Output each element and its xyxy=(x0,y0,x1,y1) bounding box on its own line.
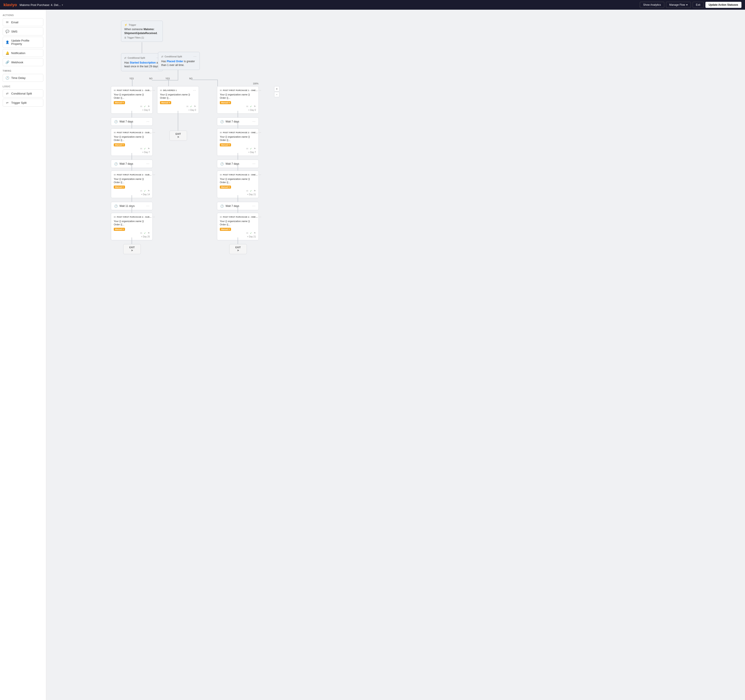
email-sub4-menu[interactable]: ⋯ xyxy=(152,215,155,219)
manual-badge-sub4[interactable]: Manual ▾ xyxy=(114,228,125,231)
conditional-split-1-node[interactable]: ⇄ Conditional Split ⋯ Has Started Subscr… xyxy=(121,53,163,71)
clock-wait4c-icon: 🕐 xyxy=(220,204,224,208)
flow-canvas[interactable]: ⚡ Trigger When someone Malomo: ShipmentU… xyxy=(46,10,745,700)
manual-badge-off3[interactable]: Manual ▾ xyxy=(220,185,231,189)
flag-icon-sub1: ⚑ xyxy=(148,105,150,108)
sidebar-item-conditional-split[interactable]: ⇄ Conditional Split xyxy=(3,90,43,97)
split2-text: Has Placed Order is greater than 1 over … xyxy=(161,60,196,67)
manual-badge-delivered1[interactable]: Manual ▾ xyxy=(160,101,171,104)
exit-right-node: EXIT ⚑ xyxy=(229,244,247,254)
wait2-menu[interactable]: ⋯ xyxy=(146,162,150,166)
sidebar-item-time-delay[interactable]: 🕐 Time Delay xyxy=(3,74,43,82)
flag-icon-off2: ⚑ xyxy=(254,147,256,150)
trigger-text: When someone Malomo: ShipmentUpdateRecei… xyxy=(124,27,160,35)
exit-right-icon: ⚑ xyxy=(229,249,247,252)
email-icon-sub4: ✉ xyxy=(140,232,142,234)
connector-off1-wait4a xyxy=(238,111,238,117)
wait4b-menu[interactable]: ⋯ xyxy=(252,162,256,166)
wait4a-menu[interactable]: ⋯ xyxy=(252,120,256,123)
connector-sub2-wait2 xyxy=(132,153,132,160)
email-icon-sub1: ✉ xyxy=(140,105,142,108)
show-analytics-button[interactable]: Show Analytics xyxy=(640,2,664,8)
email-icon-sub2: ✉ xyxy=(140,147,142,150)
trigger-filters[interactable]: ☰ Trigger Filters (1) xyxy=(124,36,160,39)
connector-off4-exit-right xyxy=(238,237,238,244)
connector-wait4c-off4 xyxy=(238,206,238,213)
flag-icon-off3: ⚑ xyxy=(254,190,256,193)
wait3-menu[interactable]: ⋯ xyxy=(146,204,150,208)
email-off3-menu[interactable]: ⋯ xyxy=(258,173,261,176)
wait4c-menu[interactable]: ⋯ xyxy=(252,204,256,208)
email-off1-menu[interactable]: ⋯ xyxy=(258,89,261,92)
clock-wait2-icon: 🕐 xyxy=(114,162,118,166)
check-icon-sub4: ✓ xyxy=(144,232,146,234)
connector-off2-wait4b xyxy=(238,153,238,160)
check-icon-off2: ✓ xyxy=(250,147,252,150)
no-label-1: NO xyxy=(149,78,153,80)
email-off4-menu[interactable]: ⋯ xyxy=(258,215,261,219)
email-sub1-node[interactable]: ✉ POST FIRST PURCHASE 1 - SUBSCRIB... ⋯ … xyxy=(111,86,153,113)
flag-icon-off1: ⚑ xyxy=(254,105,256,108)
sidebar-item-notification[interactable]: 🔔 Notification xyxy=(3,49,43,57)
connector-no-h xyxy=(152,80,178,81)
conditional-split-2-node[interactable]: ⇄ Conditional Split ⋯ Has Placed Order i… xyxy=(158,52,200,70)
zoom-controls: + - xyxy=(274,86,280,97)
wait1-menu[interactable]: ⋯ xyxy=(146,120,150,123)
email-sub2-menu[interactable]: ⋯ xyxy=(152,131,155,134)
exit-button[interactable]: Exit xyxy=(693,2,704,8)
email-sub2-icon: ✉ xyxy=(114,131,116,134)
email-off1-node[interactable]: ✉ POST FIRST PURCHASE 1 - ONE OFF O... ⋯… xyxy=(217,86,259,113)
email-off4-icon: ✉ xyxy=(220,216,222,218)
sidebar-item-trigger-split[interactable]: ⇌ Trigger Split xyxy=(3,99,43,107)
email-sub3-menu[interactable]: ⋯ xyxy=(152,173,155,176)
manage-flow-button[interactable]: Manage Flow ▾ xyxy=(666,2,691,8)
email-off3-actions: ✉ ✓ ⚑ xyxy=(220,190,256,193)
sidebar-item-email[interactable]: ✉ Email xyxy=(3,18,43,26)
email-icon-off1: ✉ xyxy=(246,105,248,108)
sidebar-item-webhook[interactable]: 🔗 Webhook xyxy=(3,58,43,66)
header-actions: Show Analytics Manage Flow ▾ Exit Update… xyxy=(640,2,742,8)
trigger-node[interactable]: ⚡ Trigger When someone Malomo: ShipmentU… xyxy=(121,21,163,42)
connector-wait3-sub4 xyxy=(132,206,132,213)
manual-badge-sub3[interactable]: Manual ▾ xyxy=(114,185,125,189)
zoom-in-button[interactable]: + xyxy=(274,86,280,91)
zoom-out-button[interactable]: - xyxy=(274,92,280,97)
trigger-split-icon: ⇌ xyxy=(6,101,9,104)
flow-title: Malomo Post Purchase: 4. Del... xyxy=(19,3,60,7)
sidebar-item-sms[interactable]: 💬 SMS xyxy=(3,27,43,36)
connector-wait1-sub2 xyxy=(132,122,132,128)
email-delivered1-menu[interactable]: ⋯ xyxy=(193,89,196,92)
email-off4-node[interactable]: ✉ POST FIRST PURCHASE 4 - ONE OFF ... ⋯ … xyxy=(217,213,259,240)
email-delivered1-node[interactable]: ✉ Delivered 1 ⋯ Your {{ organization.nam… xyxy=(157,86,199,113)
update-action-statuses-button[interactable]: Update Action Statuses xyxy=(705,2,742,8)
email-icon-off4: ✉ xyxy=(246,232,248,234)
actions-section-label: ACTIONS xyxy=(3,14,43,16)
flag-icon-sub3: ⚑ xyxy=(148,190,150,193)
email-off3-icon: ✉ xyxy=(220,173,222,176)
email-off2-node[interactable]: ✉ POST FIRST PURCHASE 2 - ONE OFF ... ⋯ … xyxy=(217,128,259,156)
email-sub4-icon: ✉ xyxy=(114,216,116,218)
check-icon-off4: ✓ xyxy=(250,232,252,234)
manual-badge-off4[interactable]: Manual ▾ xyxy=(220,228,231,231)
manual-badge-sub2[interactable]: Manual ▾ xyxy=(114,143,125,146)
chevron-down-icon[interactable]: ▾ xyxy=(62,4,63,6)
split2-menu[interactable]: ⋯ xyxy=(193,55,196,58)
email-off2-menu[interactable]: ⋯ xyxy=(258,131,261,134)
manual-badge-sub1[interactable]: Manual ▾ xyxy=(114,101,125,104)
split2-node-icon: ⇄ xyxy=(161,55,163,58)
manual-badge-off2[interactable]: Manual ▾ xyxy=(220,143,231,146)
connector xyxy=(142,42,142,53)
sidebar: ACTIONS ✉ Email 💬 SMS 👤 Update Profile P… xyxy=(0,10,46,700)
sidebar-item-update-profile[interactable]: 👤 Update Profile Property xyxy=(3,37,43,48)
clock-icon: 🕐 xyxy=(6,76,9,79)
person-icon: 👤 xyxy=(6,40,9,44)
flag-icon-off4: ⚑ xyxy=(254,232,256,234)
email-sub1-menu[interactable]: ⋯ xyxy=(152,89,155,92)
email-off3-node[interactable]: ✉ POST FIRST PURCHASE 3 - ONE OFF ... ⋯ … xyxy=(217,171,259,198)
email-sub3-node[interactable]: ✉ POST FIRST PURCHASE 3 - SUBSCRIB... ⋯ … xyxy=(111,171,153,198)
email-sub2-node[interactable]: ✉ POST FIRST PURCHASE 2 - SUBSCRIB... ⋯ … xyxy=(111,128,153,156)
connector-sub3-wait3 xyxy=(132,195,132,202)
manual-badge-off1[interactable]: Manual ▾ xyxy=(220,101,231,104)
main-layout: ACTIONS ✉ Email 💬 SMS 👤 Update Profile P… xyxy=(0,10,745,700)
email-sub4-node[interactable]: ✉ POST FIRST PURCHASE 4 - SUBSCRIB... ⋯ … xyxy=(111,213,153,240)
